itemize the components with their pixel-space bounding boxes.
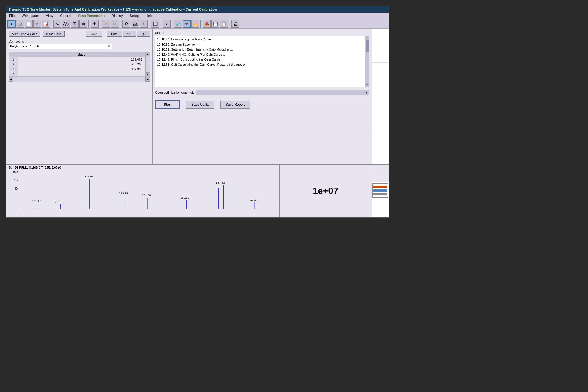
toolbar-btn-peaks[interactable]: ⋀⋁: [62, 20, 70, 28]
legend-bar-1: [373, 186, 387, 188]
title-text: Thermo TSQ Tune Master- System Tune And …: [9, 7, 217, 11]
bottom-buttons: Start Save Calib. Save Report: [155, 100, 369, 109]
menu-control[interactable]: Control: [58, 13, 73, 18]
toolbar-btn-bars[interactable]: ▤: [79, 20, 87, 28]
status-scroll-up[interactable]: ▲: [365, 36, 369, 40]
h-scroll-right-btn[interactable]: ▶: [145, 77, 150, 82]
title-bar: Thermo TSQ Tune Master- System Tune And …: [6, 6, 389, 13]
toolbar-sep-7: [172, 20, 173, 28]
table-row: *: [9, 72, 145, 77]
toolbar-sep-4: [120, 20, 121, 28]
opt-graph-dropdown[interactable]: ▼: [196, 90, 369, 95]
toolbar-btn-split[interactable]: ⊞: [16, 20, 24, 28]
toolbar-btn-print[interactable]: 🖨: [231, 20, 239, 28]
toolbar-btn-sum[interactable]: ∑: [71, 20, 79, 28]
menu-view[interactable]: View: [44, 13, 55, 18]
scroll-track: [146, 56, 150, 72]
h-scroll-track: [13, 77, 145, 82]
chart-content: 100 95 90: [9, 170, 277, 212]
toolbar-btn-bar[interactable]: 📊: [42, 20, 50, 28]
menu-file[interactable]: File: [7, 13, 16, 18]
q3-button[interactable]: Q3: [137, 31, 150, 37]
toolbar-btn-doc[interactable]: 📄: [25, 20, 33, 28]
status-entry-4: 10:12:47: WARNING: Quitting Plot Gain Cu…: [157, 52, 367, 57]
far-right-chart: [372, 165, 389, 217]
q1-button[interactable]: Q1: [123, 31, 136, 37]
chart-legend-box: [372, 183, 388, 198]
toolbar-btn-tray[interactable]: 📤: [203, 20, 211, 28]
y-label-100: 100: [9, 170, 18, 173]
toolbar-btn-triangle[interactable]: ▲: [7, 20, 16, 28]
status-entry-1: 10:10:54: Constructing the Gain Curve: [157, 37, 367, 42]
mass-calib-button[interactable]: Mass Calib: [43, 31, 65, 37]
scroll-up-btn[interactable]: ▲: [146, 52, 150, 56]
svg-text:171.47: 171.47: [32, 199, 41, 202]
toolbar-btn-camera[interactable]: 📷: [131, 20, 139, 28]
status-scroll-down[interactable]: ▼: [365, 83, 369, 87]
toolbar-btn-hook[interactable]: 🪝: [191, 20, 199, 28]
save-report-button[interactable]: Save Report: [220, 101, 250, 109]
status-entry-5: 10:12:47: Finish Constructing the Gain C…: [157, 57, 367, 62]
toolbar-sep-2: [88, 20, 90, 28]
toolbar-btn-copy[interactable]: 📋: [220, 20, 228, 28]
far-right-stripe-2: [372, 63, 389, 96]
row-2-mass[interactable]: 508.208: [18, 62, 145, 67]
toolbar-btn-circle[interactable]: ⊕: [111, 20, 119, 28]
toolbar-btn-pencil[interactable]: ✏: [102, 20, 110, 28]
mass-table: Mass 1 182.082 2 508.208: [9, 52, 145, 77]
scroll-down-btn[interactable]: ▼: [146, 72, 150, 77]
row-3-mass[interactable]: 997.398: [18, 67, 145, 72]
svg-text:179.75: 179.75: [119, 192, 128, 195]
toolbar-btn-flask[interactable]: 🧪: [174, 20, 182, 28]
toolbar-btn-edit[interactable]: ✏: [33, 20, 41, 28]
menu-setup[interactable]: Setup: [128, 13, 140, 18]
toolbar-btn-mask[interactable]: 🔲: [151, 20, 159, 28]
row-1-index: 1: [9, 57, 18, 62]
toolbar-btn-plus[interactable]: ✚: [91, 20, 99, 28]
compound-value: Polytyrosine - 1, 3, 6: [10, 45, 39, 48]
chart-svg: 171.47 174.28 176.95 179.75: [19, 170, 277, 212]
table-row: 2 508.208: [9, 62, 145, 67]
toolbar-sep-3: [100, 20, 101, 28]
far-right-stripe-3: [372, 96, 389, 130]
toolbar-sep-8: [200, 20, 202, 28]
toolbar-btn-save[interactable]: 💾: [211, 20, 219, 28]
auto-tune-calib-button[interactable]: Auto Tune & Calib: [9, 31, 40, 37]
status-content: 10:10:54: Constructing the Gain Curve 10…: [155, 36, 369, 69]
menu-scan-parameters[interactable]: Scan Parameters: [76, 13, 107, 18]
svg-text:187.33: 187.33: [216, 181, 225, 184]
legend-bar-3: [373, 193, 387, 195]
row-star-index: *: [9, 72, 18, 77]
far-right-panel: [372, 29, 389, 164]
compound-dropdown[interactable]: Polytyrosine - 1, 3, 6 ▼: [9, 44, 112, 49]
svg-text:176.95: 176.95: [85, 175, 94, 178]
toolbar-sep-5: [149, 20, 150, 28]
svg-text:174.28: 174.28: [55, 201, 63, 204]
toolbar-btn-color[interactable]: ✦: [140, 20, 148, 28]
mass-table-index-header: [9, 52, 18, 57]
toolbar-btn-tune[interactable]: ⚙: [122, 20, 130, 28]
both-button[interactable]: Both: [107, 31, 122, 37]
status-scrollbar: ▲ ▼: [365, 36, 369, 87]
menu-help[interactable]: Help: [144, 13, 154, 18]
menu-bar: File Workspace View Control Scan Paramet…: [6, 13, 389, 19]
h-scroll-left-btn[interactable]: ◀: [9, 77, 13, 82]
status-box: 10:10:54: Constructing the Gain Curve 10…: [155, 36, 369, 87]
chart-right: 1e+07: [280, 165, 372, 217]
menu-workspace[interactable]: Workspace: [20, 13, 40, 18]
menu-display[interactable]: Display: [110, 13, 124, 18]
toolbar-btn-wave[interactable]: ∿: [53, 20, 61, 28]
chart-area: S#: 54 FULL: Q1MS CT: 0.51 3.67e0 100 95…: [6, 164, 389, 217]
svg-text:181.58: 181.58: [142, 194, 151, 197]
compound-dropdown-arrow: ▼: [107, 45, 111, 48]
mass-table-container: Mass 1 182.082 2 508.208: [9, 52, 145, 77]
row-1-mass[interactable]: 182.082: [18, 57, 145, 62]
save-calib-button[interactable]: Save Calib.: [186, 101, 214, 109]
toolbar-btn-heart[interactable]: ❤: [183, 20, 191, 28]
start-button[interactable]: Start: [155, 100, 180, 109]
chart-left: S#: 54 FULL: Q1MS CT: 0.51 3.67e0 100 95…: [6, 165, 280, 217]
row-2-index: 2: [9, 62, 18, 67]
right-panel: Status 10:10:54: Constructing the Gain C…: [153, 29, 372, 164]
toolbar-btn-f[interactable]: f: [163, 20, 171, 28]
row-star-mass[interactable]: [18, 72, 145, 77]
